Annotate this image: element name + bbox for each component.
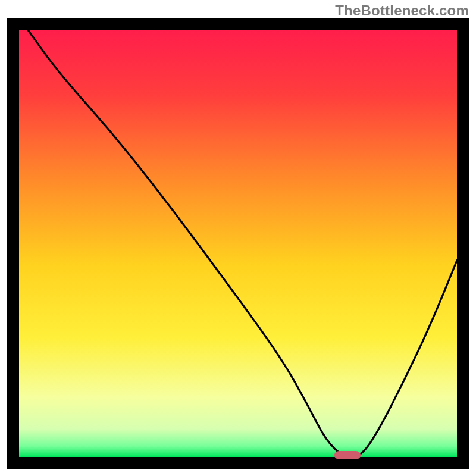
watermark-text: TheBottleneck.com [335,2,469,19]
chart-container: TheBottleneck.com [0,0,476,476]
bottleneck-chart [0,0,476,476]
plot-area [19,30,457,457]
optimum-marker [334,451,361,459]
